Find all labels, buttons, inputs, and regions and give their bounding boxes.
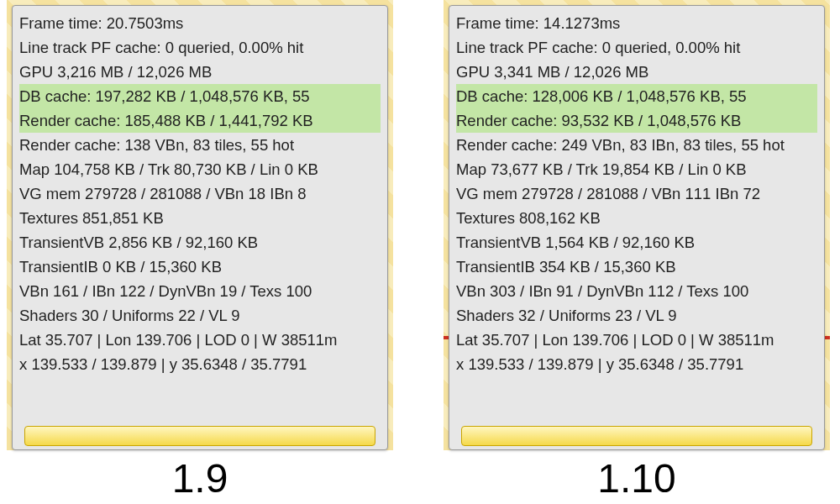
xy-bounds: x 139.533 / 139.879 | y 35.6348 / 35.779… — [456, 352, 817, 376]
frame-time: Frame time: 20.7503ms — [19, 11, 381, 35]
textures: Textures 851,851 KB — [19, 206, 381, 230]
version-label-left: 1.9 — [7, 455, 393, 501]
shaders-uniforms: Shaders 32 / Uniforms 23 / VL 9 — [456, 303, 817, 328]
map-trk-lin: Map 73,677 KB / Trk 19,854 KB / Lin 0 KB — [456, 157, 817, 181]
bottom-button[interactable] — [24, 426, 375, 446]
db-cache: DB cache: 197,282 KB / 1,048,576 KB, 55 — [19, 84, 381, 108]
gpu-mem: GPU 3,341 MB / 12,026 MB — [456, 60, 817, 84]
left-panel-wrap: Frame time: 20.7503ms Line track PF cach… — [7, 0, 393, 450]
vbn-ibn-dyn: VBn 161 / IBn 122 / DynVBn 19 / Texs 100 — [19, 279, 381, 303]
gpu-mem: GPU 3,216 MB / 12,026 MB — [19, 60, 381, 84]
xy-bounds: x 139.533 / 139.879 | y 35.6348 / 35.779… — [19, 352, 381, 376]
transient-vb: TransientVB 1,564 KB / 92,160 KB — [456, 230, 817, 255]
debug-overlay-left: Frame time: 20.7503ms Line track PF cach… — [12, 5, 388, 450]
shaders-uniforms: Shaders 30 / Uniforms 22 / VL 9 — [19, 303, 381, 328]
transient-ib: TransientIB 0 KB / 15,360 KB — [19, 255, 381, 279]
vg-mem: VG mem 279728 / 281088 / VBn 18 IBn 8 — [19, 181, 381, 206]
frame-time: Frame time: 14.1273ms — [456, 11, 817, 35]
line-track-pf-cache: Line track PF cache: 0 queried, 0.00% hi… — [19, 35, 381, 60]
render-cache-detail: Render cache: 138 VBn, 83 tiles, 55 hot — [19, 133, 381, 157]
bottom-button[interactable] — [461, 426, 812, 446]
debug-overlay-right: Frame time: 14.1273ms Line track PF cach… — [449, 5, 825, 450]
render-cache: Render cache: 185,488 KB / 1,441,792 KB — [19, 108, 381, 133]
vbn-ibn-dyn: VBn 303 / IBn 91 / DynVBn 112 / Texs 100 — [456, 279, 817, 303]
render-cache: Render cache: 93,532 KB / 1,048,576 KB — [456, 108, 817, 133]
lat-lon-lod: Lat 35.707 | Lon 139.706 | LOD 0 | W 385… — [456, 328, 817, 352]
line-track-pf-cache: Line track PF cache: 0 queried, 0.00% hi… — [456, 35, 817, 60]
map-trk-lin: Map 104,758 KB / Trk 80,730 KB / Lin 0 K… — [19, 157, 381, 181]
db-cache: DB cache: 128,006 KB / 1,048,576 KB, 55 — [456, 84, 817, 108]
render-cache-detail: Render cache: 249 VBn, 83 IBn, 83 tiles,… — [456, 133, 817, 157]
transient-ib: TransientIB 354 KB / 15,360 KB — [456, 255, 817, 279]
comparison-panels: Frame time: 20.7503ms Line track PF cach… — [0, 0, 840, 450]
textures: Textures 808,162 KB — [456, 206, 817, 230]
right-panel-wrap: Frame time: 14.1273ms Line track PF cach… — [444, 0, 830, 450]
version-label-right: 1.10 — [444, 455, 830, 501]
lat-lon-lod: Lat 35.707 | Lon 139.706 | LOD 0 | W 385… — [19, 328, 381, 352]
transient-vb: TransientVB 2,856 KB / 92,160 KB — [19, 230, 381, 255]
vg-mem: VG mem 279728 / 281088 / VBn 111 IBn 72 — [456, 181, 817, 206]
